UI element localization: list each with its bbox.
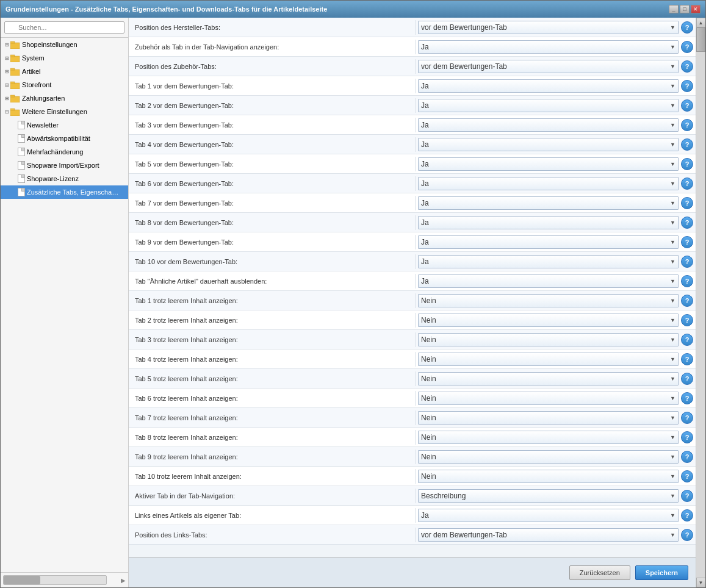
dropdown[interactable]: Ja▼ (418, 118, 679, 132)
dropdown-value: Ja (421, 238, 429, 246)
scroll-right-btn[interactable]: ▶ (121, 577, 126, 584)
help-button[interactable]: ? (681, 80, 693, 92)
dropdown-arrow-icon: ▼ (670, 317, 675, 323)
search-input[interactable] (4, 21, 124, 34)
help-button[interactable]: ? (681, 21, 693, 34)
file-icon (18, 174, 25, 183)
dropdown[interactable]: Nein▼ (418, 411, 679, 425)
sidebar-item-artikel[interactable]: ⊞ Artikel (1, 65, 128, 78)
help-button[interactable]: ? (681, 256, 693, 268)
settings-row-control: Ja▼? (416, 273, 696, 290)
dropdown[interactable]: Ja▼ (418, 157, 679, 171)
help-button[interactable]: ? (681, 275, 693, 287)
restore-button[interactable]: □ (680, 5, 690, 13)
sidebar-item-mehrfachaenderung[interactable]: Mehrfachänderung (1, 145, 128, 159)
horizontal-scroll-thumb[interactable] (4, 576, 40, 584)
dropdown[interactable]: Nein▼ (418, 470, 679, 483)
help-button[interactable]: ? (681, 138, 693, 151)
help-button[interactable]: ? (681, 490, 693, 502)
reset-button[interactable]: Zurücksetzen (569, 565, 630, 580)
sidebar-item-zusaetzliche-tabs[interactable]: Zusätzliche Tabs, Eigenscha… (1, 185, 128, 199)
dropdown[interactable]: Ja▼ (418, 196, 679, 210)
dropdown[interactable]: Nein▼ (418, 450, 679, 464)
help-button[interactable]: ? (681, 99, 693, 112)
dropdown-arrow-icon: ▼ (670, 102, 675, 109)
help-button[interactable]: ? (681, 236, 693, 248)
dropdown[interactable]: Nein▼ (418, 353, 679, 366)
help-button[interactable]: ? (681, 392, 693, 404)
dropdown[interactable]: Ja▼ (418, 99, 679, 112)
dropdown-value: Ja (421, 179, 429, 188)
help-button[interactable]: ? (681, 314, 693, 326)
dropdown[interactable]: Ja▼ (418, 274, 679, 288)
dropdown[interactable]: Ja▼ (418, 138, 679, 151)
sidebar-item-zahlungsarten[interactable]: ⊞ Zahlungsarten (1, 91, 128, 105)
dropdown[interactable]: Ja▼ (418, 235, 679, 249)
settings-row: Zubehör als Tab in der Tab-Navigation an… (129, 37, 696, 57)
dropdown[interactable]: Ja▼ (418, 509, 679, 522)
save-button[interactable]: Speichern (635, 565, 688, 580)
dropdown[interactable]: Nein▼ (418, 392, 679, 405)
sidebar-item-shopware-importexport[interactable]: Shopware Import/Export (1, 159, 128, 172)
scroll-thumb[interactable] (696, 27, 705, 52)
dropdown[interactable]: vor dem Bewertungen-Tab▼ (418, 21, 679, 34)
sidebar-label-zusaetzliche-tabs: Zusätzliche Tabs, Eigenscha… (27, 188, 118, 196)
help-button[interactable]: ? (681, 373, 693, 385)
sidebar-label-artikel: Artikel (22, 68, 41, 75)
horizontal-scrollbar[interactable] (3, 575, 107, 585)
settings-row-control: Nein▼? (416, 468, 696, 485)
help-button[interactable]: ? (681, 451, 693, 463)
sidebar-label-storefront: Storefront (22, 81, 51, 88)
help-button[interactable]: ? (681, 295, 693, 307)
file-icon (18, 134, 25, 143)
sidebar-item-abwaertskompatibilitaet[interactable]: Abwärtskompatibilität (1, 132, 128, 145)
help-button[interactable]: ? (681, 412, 693, 424)
help-button[interactable]: ? (681, 60, 693, 73)
settings-row-label: Tab 8 vor dem Bewertungen-Tab: (129, 215, 416, 230)
dropdown[interactable]: Nein▼ (418, 294, 679, 307)
dropdown[interactable]: Beschreibung▼ (418, 489, 679, 503)
sidebar-item-shopware-lizenz[interactable]: Shopware-Lizenz (1, 172, 128, 185)
sidebar-item-weitere-einstellungen[interactable]: ⊟ Weitere Einstellungen (1, 105, 128, 118)
expander-icon: ⊞ (3, 41, 10, 48)
dropdown[interactable]: Nein▼ (418, 431, 679, 444)
dropdown[interactable]: vor dem Bewertungen-Tab▼ (418, 60, 679, 73)
scroll-down-button[interactable]: ▼ (696, 578, 706, 587)
help-button[interactable]: ? (681, 177, 693, 190)
dropdown-value: Ja (421, 277, 429, 285)
sidebar-item-system[interactable]: ⊞ System (1, 51, 128, 65)
help-button[interactable]: ? (681, 529, 693, 541)
dropdown-arrow-icon: ▼ (670, 376, 675, 382)
help-button[interactable]: ? (681, 509, 693, 522)
help-button[interactable]: ? (681, 197, 693, 209)
help-button[interactable]: ? (681, 158, 693, 170)
dropdown[interactable]: Nein▼ (418, 372, 679, 385)
close-button[interactable]: ✕ (691, 5, 701, 13)
dropdown[interactable]: Ja▼ (418, 216, 679, 229)
main-window: Grundeinstellungen - Zusätzliche Tabs, E… (0, 0, 706, 588)
settings-row: Tab 1 vor dem Bewertungen-Tab:Ja▼? (129, 76, 696, 96)
dropdown[interactable]: Ja▼ (418, 255, 679, 268)
dropdown[interactable]: Ja▼ (418, 79, 679, 93)
dropdown[interactable]: Nein▼ (418, 314, 679, 327)
help-button[interactable]: ? (681, 470, 693, 482)
minimize-button[interactable]: _ (669, 5, 679, 13)
settings-panel: Position des Hersteller-Tabs:vor dem Bew… (129, 18, 696, 557)
help-button[interactable]: ? (681, 334, 693, 346)
settings-row-label: Tab 8 trotz leerem Inhalt anzeigen: (129, 430, 416, 445)
dropdown[interactable]: vor dem Bewertungen-Tab▼ (418, 528, 679, 542)
help-button[interactable]: ? (681, 119, 693, 131)
scroll-up-button[interactable]: ▲ (696, 18, 706, 27)
help-button[interactable]: ? (681, 353, 693, 365)
sidebar-item-newsletter[interactable]: Newsletter (1, 118, 128, 132)
sidebar-item-storefront[interactable]: ⊞ Storefront (1, 78, 128, 91)
settings-row-control: vor dem Bewertungen-Tab▼? (416, 526, 696, 543)
help-button[interactable]: ? (681, 217, 693, 229)
dropdown-arrow-icon: ▼ (670, 200, 675, 206)
help-button[interactable]: ? (681, 431, 693, 443)
dropdown[interactable]: Nein▼ (418, 333, 679, 346)
sidebar-item-shopeinstellungen[interactable]: ⊞ Shopeinstellungen (1, 38, 128, 51)
help-button[interactable]: ? (681, 41, 693, 53)
dropdown[interactable]: Ja▼ (418, 40, 679, 54)
dropdown[interactable]: Ja▼ (418, 177, 679, 190)
